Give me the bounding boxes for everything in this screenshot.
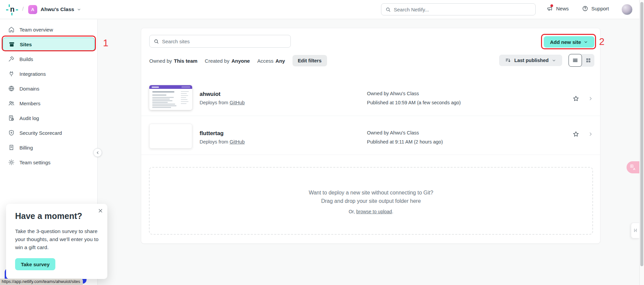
sidebar-item-integrations[interactable]: Integrations — [3, 67, 95, 80]
team-avatar-badge[interactable]: A — [28, 5, 37, 14]
filters-bar: Owned byThis team Created byAnyone Acces… — [149, 55, 327, 66]
team-name-label: Ahwu's Class — [41, 6, 74, 12]
dropzone-upload-line: Or, browse to upload. — [150, 209, 592, 214]
status-url: https://app.netlify.com/teams/ahwuiot/si… — [2, 279, 80, 284]
receipt-icon — [8, 144, 15, 151]
star-icon — [572, 95, 580, 102]
scrollbar-track — [639, 0, 644, 285]
survey-body: Take the 3-question survey to share your… — [15, 227, 100, 251]
sites-search[interactable] — [149, 35, 291, 48]
edit-filters-button[interactable]: Edit filters — [292, 55, 327, 66]
search-icon — [385, 7, 391, 12]
scrollbar-thumb[interactable] — [640, 2, 643, 266]
favorite-star-button[interactable] — [572, 130, 580, 138]
dropzone-line2: Drag and drop your site output folder he… — [150, 197, 592, 205]
site-meta: Owned by Ahwu's Class Published at 9:11 … — [367, 129, 443, 145]
survey-title: Have a moment? — [15, 211, 82, 221]
chevron-down-icon — [552, 58, 556, 63]
sidebar-item-members[interactable]: Members — [3, 97, 95, 110]
globe-icon — [8, 85, 15, 92]
site-row-fluttertag[interactable]: fluttertag Deploys from GitHub Owned by … — [141, 116, 601, 155]
github-link[interactable]: GitHub — [229, 139, 245, 145]
github-link[interactable]: GitHub — [229, 100, 245, 105]
site-meta: Owned by Ahwu's Class Published at 10:59… — [367, 90, 461, 106]
sidebar-item-audit-log[interactable]: Audit log — [3, 111, 95, 125]
site-thumbnail[interactable] — [149, 124, 192, 149]
top-header: n / A Ahwu's Class News Support — [0, 0, 639, 19]
help-circle-icon — [582, 5, 588, 12]
news-button[interactable]: News — [547, 5, 569, 12]
sidebar-item-domains[interactable]: Domains — [3, 82, 95, 95]
translate-icon: A — [630, 164, 636, 171]
chevron-down-icon — [584, 40, 588, 44]
sidebar-item-team-overview[interactable]: Team overview — [3, 23, 95, 36]
site-name[interactable]: fluttertag — [200, 129, 245, 137]
row-chevron-button[interactable] — [588, 96, 593, 101]
survey-popup: Have a moment? Take the 3-question surve… — [6, 204, 107, 279]
add-new-site-button[interactable]: Add new site — [544, 36, 594, 48]
collapsed-panel-handle[interactable] — [631, 223, 639, 238]
sort-dropdown[interactable]: Last published — [499, 55, 562, 66]
notification-dot — [550, 4, 553, 7]
netlify-logo[interactable]: n — [6, 4, 19, 15]
sites-panel: Add new site Owned byThis team Created b… — [141, 28, 600, 244]
svg-text:A: A — [633, 167, 635, 171]
sidebar-item-billing[interactable]: Billing — [3, 141, 95, 154]
favorite-star-button[interactable] — [572, 95, 580, 102]
site-owner: Owned by Ahwu's Class — [367, 90, 461, 97]
team-switcher[interactable]: Ahwu's Class — [41, 6, 81, 12]
sites-icon — [8, 41, 15, 48]
shield-icon — [8, 129, 15, 136]
global-search-input[interactable] — [394, 7, 531, 12]
list-icon — [572, 57, 578, 63]
filter-owned-by[interactable]: Owned byThis team — [149, 58, 198, 64]
breadcrumb-separator: / — [22, 6, 24, 12]
support-button[interactable]: Support — [582, 5, 609, 12]
members-icon — [8, 100, 15, 107]
annotation-number-1: 1 — [103, 38, 108, 49]
site-thumbnail[interactable] — [149, 85, 192, 110]
sidebar-item-sites[interactable]: Sites — [3, 38, 95, 51]
row-chevron-button[interactable] — [588, 131, 593, 137]
handle-icon — [633, 228, 638, 233]
grid-view-button[interactable] — [582, 54, 594, 67]
audit-log-icon — [8, 115, 15, 121]
browser-status-bar: https://app.netlify.com/teams/ahwuiot/si… — [0, 279, 83, 285]
sidebar-item-team-settings[interactable]: Team settings — [3, 156, 95, 169]
global-search[interactable] — [381, 3, 536, 15]
chevron-right-icon — [588, 131, 593, 137]
site-row-ahwuiot[interactable]: ahwuiot Deploys from GitHub Owned by Ahw… — [141, 75, 601, 116]
chevron-right-icon — [588, 96, 593, 101]
plug-icon — [8, 70, 15, 77]
site-name[interactable]: ahwuiot — [200, 90, 245, 98]
news-label: News — [556, 6, 569, 11]
home-icon — [8, 26, 15, 33]
close-icon[interactable] — [98, 208, 103, 213]
support-label: Support — [591, 6, 609, 11]
drag-drop-deploy-zone[interactable]: Want to deploy a new site without connec… — [149, 167, 593, 235]
user-avatar[interactable] — [622, 4, 633, 15]
dropzone-line1: Want to deploy a new site without connec… — [150, 188, 592, 197]
filter-created-by[interactable]: Created byAnyone — [205, 58, 250, 64]
search-icon — [154, 39, 159, 44]
site-published: Published at 10:59 AM (a few seconds ago… — [367, 99, 461, 106]
sidebar-collapse-button[interactable] — [93, 148, 102, 157]
site-published: Published at 9:11 AM (2 hours ago) — [367, 138, 443, 145]
deploy-source-line: Deploys from GitHub — [200, 100, 245, 105]
hammer-icon — [8, 56, 15, 62]
take-survey-button[interactable]: Take survey — [15, 258, 55, 270]
grid-icon — [585, 57, 591, 63]
translate-extension-button[interactable]: A — [627, 161, 639, 173]
sort-icon — [505, 57, 511, 63]
chevron-left-icon — [96, 151, 100, 155]
sites-search-input[interactable] — [162, 39, 286, 44]
sidebar-item-builds[interactable]: Builds — [3, 52, 95, 66]
chevron-down-icon — [77, 7, 81, 12]
deploy-source-line: Deploys from GitHub — [200, 139, 245, 145]
browse-to-upload-link[interactable]: browse to upload — [356, 209, 392, 214]
netlify-logo-letter: n — [10, 5, 14, 14]
filter-access[interactable]: AccessAny — [257, 58, 285, 64]
sidebar-item-security-scorecard[interactable]: Security Scorecard — [3, 126, 95, 139]
list-view-button[interactable] — [569, 54, 582, 67]
view-toggle — [569, 54, 594, 67]
